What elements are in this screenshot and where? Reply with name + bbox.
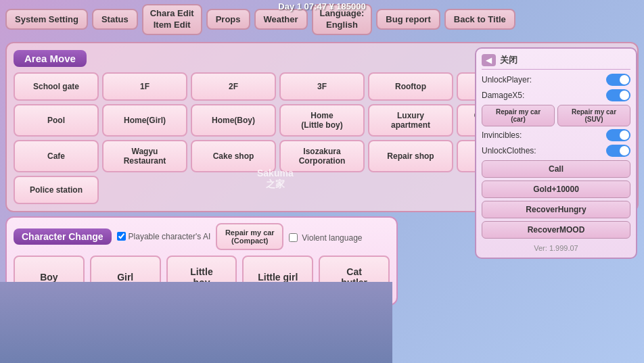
- unlock-clothes-row: UnlockClothes:: [482, 145, 630, 157]
- system-setting-button[interactable]: System Setting: [5, 9, 88, 30]
- playable-ai-checkbox[interactable]: [117, 232, 126, 241]
- area-3f[interactable]: 3F: [279, 72, 365, 101]
- playable-ai-checkbox-wrap: Playable character's AI: [117, 232, 211, 241]
- cheats-panel: ◀ 关闭 UnlockPlayer: DamageX5: Repair my c…: [475, 47, 637, 259]
- unlock-clothes-label: UnlockClothes:: [482, 146, 536, 155]
- area-move-title: Area Move: [14, 50, 87, 67]
- unlock-player-row: UnlockPlayer:: [482, 74, 630, 86]
- repair-car-cheat-buttons: Repair my car(car) Repair my car(SUV): [482, 105, 630, 126]
- violent-language-checkbox[interactable]: [289, 233, 298, 242]
- recover-mood-button[interactable]: RecoverMOOD: [482, 221, 630, 239]
- cheats-close-bar: ◀ 关闭: [482, 54, 630, 70]
- area-2f[interactable]: 2F: [191, 72, 276, 101]
- area-home-boy[interactable]: Home(Boy): [191, 104, 276, 137]
- repair-compact-button[interactable]: Repair my car(Compact): [216, 223, 283, 250]
- damage-x5-toggle[interactable]: [606, 89, 630, 101]
- back-to-title-button[interactable]: Back to Title: [444, 9, 515, 30]
- version-text: Ver: 1.999.07: [482, 244, 630, 252]
- unlock-player-label: UnlockPlayer:: [482, 75, 532, 84]
- area-cafe[interactable]: Cafe: [14, 140, 99, 172]
- day-info: Day 1 07:47 ¥ 185000: [274, 0, 369, 13]
- damage-x5-row: DamageX5:: [482, 89, 630, 101]
- violent-language-row: Violent language: [289, 233, 362, 243]
- call-button[interactable]: Call: [482, 160, 630, 178]
- game-background: [0, 282, 392, 363]
- violent-language-label: Violent language: [302, 233, 362, 243]
- invincibles-row: Invincibles:: [482, 129, 630, 141]
- unlock-clothes-toggle[interactable]: [606, 145, 630, 157]
- area-rooftop[interactable]: Rooftop: [368, 72, 453, 101]
- area-1f[interactable]: 1F: [102, 72, 187, 101]
- area-repair-shop[interactable]: Repair shop: [368, 140, 453, 172]
- repair-suv-cheat-button[interactable]: Repair my car(SUV): [557, 105, 630, 126]
- gold-button[interactable]: Gold+10000: [482, 180, 630, 198]
- cheats-close-button[interactable]: ◀: [482, 54, 496, 66]
- top-bar: Day 1 07:47 ¥ 185000 System Setting Stat…: [0, 0, 644, 39]
- char-change-header: Character Change Playable character's AI…: [14, 223, 390, 250]
- cheats-close-label: 关闭: [500, 54, 518, 66]
- area-cake-shop[interactable]: Cake shop: [191, 140, 276, 172]
- playable-ai-label: Playable character's AI: [129, 232, 211, 241]
- area-police-station[interactable]: Police station: [14, 176, 99, 204]
- area-home-little-boy[interactable]: Home(Little boy): [279, 104, 365, 137]
- area-pool[interactable]: Pool: [14, 104, 99, 137]
- repair-area: Repair my car(Compact): [216, 223, 283, 250]
- area-school-gate[interactable]: School gate: [14, 72, 99, 101]
- area-home-girl[interactable]: Home(Girl): [102, 104, 187, 137]
- area-wagyu-restaurant[interactable]: WagyuRestaurant: [102, 140, 187, 172]
- damage-x5-label: DamageX5:: [482, 91, 524, 100]
- props-button[interactable]: Props: [206, 9, 250, 30]
- recover-hungry-button[interactable]: RecoverHungry: [482, 201, 630, 218]
- repair-car-cheat-button[interactable]: Repair my car(car): [482, 105, 555, 126]
- area-luxury-apartment[interactable]: Luxuryapartment: [368, 104, 453, 137]
- chara-edit-button[interactable]: Chara EditItem Edit: [142, 4, 202, 35]
- unlock-player-toggle[interactable]: [606, 74, 630, 86]
- area-isozakura[interactable]: IsozakuraCorporation: [279, 140, 365, 172]
- status-button[interactable]: Status: [92, 9, 138, 30]
- invincibles-toggle[interactable]: [606, 129, 630, 141]
- bug-report-button[interactable]: Bug report: [376, 9, 440, 30]
- invincibles-label: Invincibles:: [482, 130, 522, 140]
- character-change-title: Character Change: [14, 228, 112, 245]
